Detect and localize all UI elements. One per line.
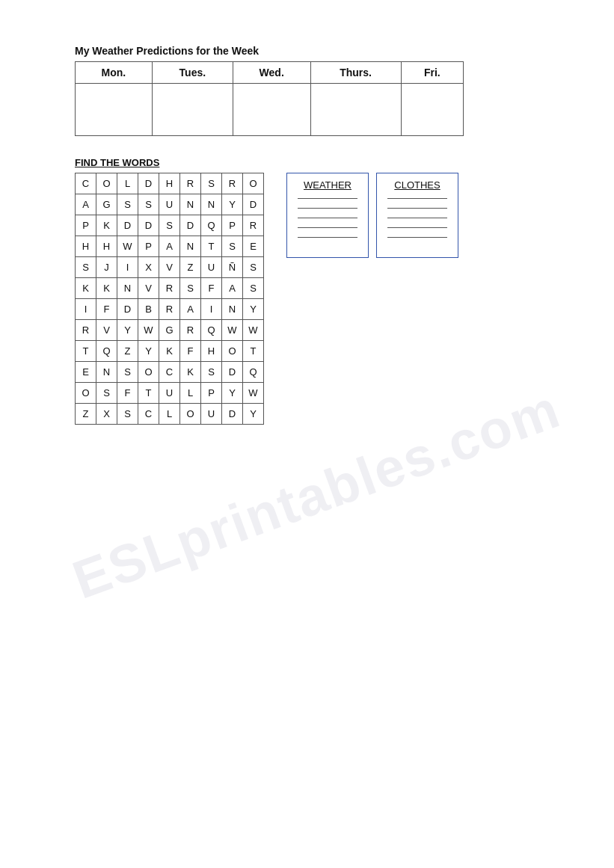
section-title: My Weather Predictions for the Week [75, 45, 554, 57]
word-search-cell: A [159, 236, 180, 257]
weather-list-box: WEATHER [286, 173, 369, 258]
word-search-cell: O [243, 173, 264, 194]
word-search-grid: COLDHRSROAGSSUNNYDPKDDSDQPRHHWPANTSESJIX… [75, 173, 264, 425]
page-content: My Weather Predictions for the Week Mon.… [0, 0, 614, 455]
word-search-cell: P [222, 215, 243, 236]
word-search-cell: P [138, 236, 159, 257]
weather-line-1 [298, 198, 357, 199]
word-search-cell: S [138, 194, 159, 215]
word-search-cell: R [180, 320, 201, 341]
word-search-cell: W [222, 320, 243, 341]
word-search-cell: Y [138, 341, 159, 362]
word-search-cell: P [76, 215, 96, 236]
word-search-cell: Y [222, 383, 243, 404]
word-search-cell: T [201, 236, 222, 257]
bottom-section: COLDHRSROAGSSUNNYDPKDDSDQPRHHWPANTSESJIX… [75, 173, 554, 425]
word-search-cell: N [96, 362, 117, 383]
word-search-cell: R [159, 278, 180, 299]
word-search-cell: Q [243, 362, 264, 383]
clothes-line-1 [387, 198, 447, 199]
word-search-cell: S [222, 236, 243, 257]
word-search-cell: Y [222, 194, 243, 215]
weather-col-header: Mon. [76, 62, 153, 84]
word-search-cell: Y [243, 299, 264, 320]
word-search-cell: N [117, 278, 138, 299]
word-search-cell: I [201, 299, 222, 320]
word-search-cell: L [159, 404, 180, 425]
word-search-cell: S [201, 362, 222, 383]
word-search-cell: S [117, 362, 138, 383]
word-search-cell: E [76, 362, 96, 383]
word-search-cell: J [96, 257, 117, 278]
word-search-cell: Ñ [222, 257, 243, 278]
word-search-cell: I [76, 299, 96, 320]
find-the-words-title: FIND THE WORDS [75, 157, 554, 168]
word-search-cell: N [222, 299, 243, 320]
word-search-cell: S [117, 404, 138, 425]
clothes-line-4 [387, 227, 447, 228]
weather-col-header: Tues. [152, 62, 233, 84]
word-search-cell: X [138, 257, 159, 278]
word-search-cell: S [117, 194, 138, 215]
word-search-cell: T [243, 341, 264, 362]
word-search-cell: H [201, 341, 222, 362]
word-search-cell: Z [76, 404, 96, 425]
word-search-cell: H [159, 173, 180, 194]
clothes-line-3 [387, 218, 447, 218]
word-search-cell: D [138, 215, 159, 236]
weather-line-3 [298, 218, 357, 218]
weather-col-header: Fri. [401, 62, 463, 84]
word-search-cell: F [96, 299, 117, 320]
word-lists: WEATHER CLOTHES [286, 173, 458, 258]
weather-col-header: Thurs. [310, 62, 401, 84]
word-search-cell: C [138, 404, 159, 425]
weather-cell [152, 84, 233, 136]
word-search-cell: W [138, 320, 159, 341]
word-search-cell: F [180, 341, 201, 362]
word-search-cell: S [243, 257, 264, 278]
word-search-cell: R [243, 215, 264, 236]
weather-list-header: WEATHER [298, 179, 357, 191]
weather-table: Mon.Tues.Wed.Thurs.Fri. [75, 61, 464, 136]
word-search-cell: L [117, 173, 138, 194]
word-search-cell: V [159, 257, 180, 278]
word-search-cell: H [76, 236, 96, 257]
word-search-cell: D [243, 194, 264, 215]
weather-cell [76, 84, 153, 136]
word-search-cell: O [180, 404, 201, 425]
word-search-cell: N [180, 236, 201, 257]
word-search-cell: V [96, 320, 117, 341]
word-search-cell: Q [96, 341, 117, 362]
word-search-cell: W [243, 320, 264, 341]
word-search-cell: S [243, 278, 264, 299]
clothes-list-box: CLOTHES [376, 173, 458, 258]
word-search-cell: L [180, 383, 201, 404]
word-search-cell: A [222, 278, 243, 299]
word-search-cell: S [201, 173, 222, 194]
word-search-cell: R [222, 173, 243, 194]
word-search-cell: U [201, 257, 222, 278]
weather-line-5 [298, 237, 357, 238]
word-search-cell: O [222, 341, 243, 362]
word-search-cell: D [222, 404, 243, 425]
word-search-cell: O [96, 173, 117, 194]
word-search-cell: P [201, 383, 222, 404]
clothes-line-2 [387, 208, 447, 209]
word-search-cell: O [138, 362, 159, 383]
word-search-cell: U [159, 383, 180, 404]
weather-line-2 [298, 208, 357, 209]
weather-cell [233, 84, 310, 136]
word-search-cell: K [76, 278, 96, 299]
word-search-cell: I [117, 257, 138, 278]
word-search-cell: B [138, 299, 159, 320]
word-search-cell: D [117, 215, 138, 236]
word-search-cell: A [180, 299, 201, 320]
word-search-cell: X [96, 404, 117, 425]
word-search-cell: A [76, 194, 96, 215]
word-search-cell: Z [180, 257, 201, 278]
word-search-cell: S [159, 215, 180, 236]
word-search-cell: R [76, 320, 96, 341]
word-search-cell: T [138, 383, 159, 404]
word-search-cell: K [180, 362, 201, 383]
word-search-cell: W [243, 383, 264, 404]
